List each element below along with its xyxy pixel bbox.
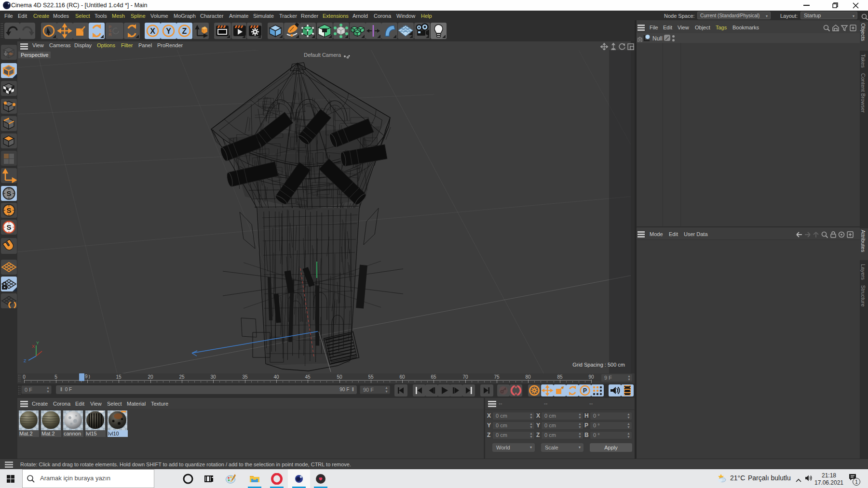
svg-text:R: R	[108, 32, 112, 37]
svg-text:Z: Z	[24, 358, 27, 363]
svg-text:Y: Y	[166, 27, 171, 35]
svg-text:S: S	[6, 206, 11, 214]
svg-text:X: X	[150, 27, 155, 35]
svg-text:X: X	[32, 344, 35, 349]
svg-text:S: S	[6, 223, 11, 231]
svg-text:Z: Z	[182, 27, 187, 35]
svg-text:Y: Y	[36, 341, 39, 345]
svg-text:P: P	[583, 387, 587, 394]
svg-text:S: S	[6, 189, 11, 198]
